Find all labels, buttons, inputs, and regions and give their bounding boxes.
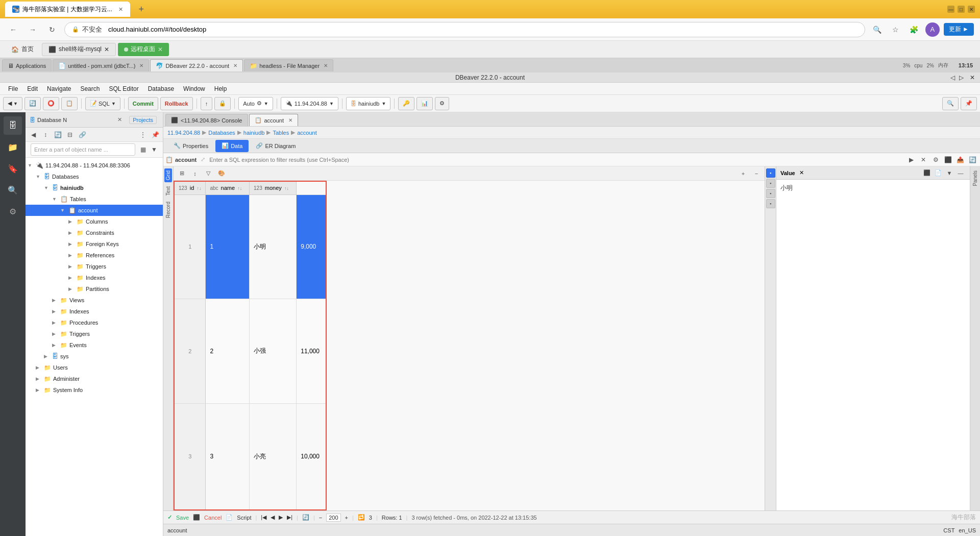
cell-row3-money[interactable]: 10,000 [297,403,326,510]
grid-layout-btn[interactable]: ⊞ [176,168,188,179]
db-search-type[interactable]: ▦ [137,144,149,155]
value-btn-1[interactable]: ⬛ [922,168,932,178]
text-tab[interactable]: Text [164,184,172,198]
filter-apply[interactable]: ▶ [905,154,917,165]
refresh-data-btn[interactable]: 🔄 [302,514,309,521]
back-button[interactable]: ← [6,22,20,37]
db-nav-refresh[interactable]: 🔄 [52,129,63,140]
auto-dropdown[interactable]: Auto ⚙ ▼ [238,97,273,110]
value-btn-min[interactable]: — [955,168,966,178]
nav-next[interactable]: ▶ [279,514,283,521]
cell-row2-id[interactable]: 2 [206,299,250,404]
tree-item-hainiudb[interactable]: ▼ 🗄 hainiudb [26,182,163,193]
tree-item-events[interactable]: ▶ 📁 Events [26,339,163,351]
grid-zoom-in[interactable]: + [737,168,749,179]
content-tab-account[interactable]: 📋 account ✕ [249,114,299,126]
tree-item-account[interactable]: ▼ 📋 account [26,205,163,216]
dbeaver-maximize[interactable]: ▷ [959,74,964,81]
grid-sort-btn[interactable]: ↕ [189,168,201,179]
value-btn-3[interactable]: ▼ [944,168,954,178]
db-nav-pin[interactable]: 📌 [150,129,161,140]
sidebar-search[interactable]: 🔍 [4,181,22,199]
db-nav-back[interactable]: ◀ [28,129,39,140]
side-panel-tab-2[interactable]: ▪ [766,179,775,188]
profile-avatar[interactable]: A [925,22,940,37]
url-bar[interactable]: 🔒 不安全 cloud.hainiubl.com/#/tool/desktop [64,22,865,37]
content-tab-console[interactable]: ⬛ <11.94.204.88> Console [165,114,248,126]
nav-first[interactable]: |◀ [261,514,266,521]
menu-file[interactable]: File [4,84,22,93]
projects-tab-label[interactable]: Projects [129,116,157,124]
grid-zoom-out[interactable]: − [750,168,763,179]
tree-item-administer[interactable]: ▶ 📁 Administer [26,373,163,384]
nav-last[interactable]: ▶| [287,514,292,521]
tree-item-partitions[interactable]: ▶ 📁 Partitions [26,283,163,295]
menu-sql-editor[interactable]: SQL Editor [105,84,142,93]
cancel-label[interactable]: Cancel [204,515,222,521]
db-nav-link[interactable]: 🔗 [77,129,88,140]
tree-item-columns[interactable]: ▶ 📁 Columns [26,216,163,227]
tree-item-account-triggers[interactable]: ▶ 📁 Triggers [26,261,163,272]
limit-value[interactable]: 200 [326,514,340,522]
grid-tab[interactable]: Grid [164,168,172,182]
db-nav-collapse[interactable]: ⊟ [64,129,76,140]
grid-coloring-btn[interactable]: 🎨 [215,168,228,179]
col-header-id[interactable]: 123 id ↑↓ [174,181,206,194]
search-icon-btn[interactable]: 🔍 [870,22,885,37]
tree-item-procedures[interactable]: ▶ 📁 Procedures [26,317,163,328]
toolbar-btn-right1[interactable]: 📌 [961,97,977,110]
menu-help[interactable]: Help [210,84,231,93]
filter-custom[interactable]: ⬛ [942,154,953,165]
filter-refresh[interactable]: 🔄 [967,154,978,165]
dbeaver-tab-dbeaver[interactable]: 🐬 DBeaver 22.2.0 - account ✕ [150,59,243,71]
value-panel-close-icon[interactable]: ✕ [799,169,804,176]
save-label[interactable]: Save [176,515,189,521]
table-row-1[interactable]: 1 1 小明 [174,194,326,299]
menu-navigate[interactable]: Navigate [43,84,75,93]
side-panel-tab-3[interactable]: ▪ [766,189,775,198]
toolbar-tx-1[interactable]: ↑ [201,97,213,110]
record-tab[interactable]: Record [164,200,172,220]
maximize-button[interactable]: □ [958,6,965,13]
count-down[interactable]: − [319,515,322,521]
remote-tab-close[interactable]: ✕ [158,46,163,53]
tree-item-sys[interactable]: ▶ 🗄 sys [26,351,163,362]
browser-tab-close[interactable]: ✕ [118,6,123,13]
sub-tab-data[interactable]: 📊 Data [215,140,249,152]
cell-row2-money[interactable]: 11,000 [297,299,326,404]
app-tab-home[interactable]: 🏠 首页 [5,43,40,56]
db-panel-close-icon[interactable]: ✕ [117,116,122,123]
nav-prev[interactable]: ◀ [271,514,275,521]
cell-row3-id[interactable]: 3 [206,403,250,510]
cell-row1-name[interactable]: 小明 [250,194,297,299]
dbeaver-tab-close[interactable]: ✕ [233,63,237,68]
script-label[interactable]: Script [237,515,251,521]
menu-database[interactable]: Database [144,84,178,93]
app-tab-remote-desktop[interactable]: 远程桌面 ✕ [118,43,169,56]
database-dropdown[interactable]: 🗄 hainiudb ▼ [346,97,391,110]
dbeaver-minimize[interactable]: ◁ [950,74,955,81]
money-sort-icon[interactable]: ↑↓ [284,186,289,191]
side-panel-tab-4[interactable]: ▪ [766,199,775,208]
refresh-button[interactable]: ↻ [45,22,59,37]
grid-filter-btn[interactable]: ▽ [202,168,214,179]
toolbar-btn-chart[interactable]: 📊 [416,97,433,110]
back-nav-button[interactable]: ◀ ▼ [3,97,22,110]
toolbar-btn-2[interactable]: 🔄 [24,97,41,110]
db-nav-sort[interactable]: ↕ [40,129,51,140]
filter-settings[interactable]: ⚙ [930,154,941,165]
cell-row2-name[interactable]: 小强 [250,299,297,404]
commit-button[interactable]: Commit [128,97,158,110]
tree-item-db-triggers[interactable]: ▶ 📁 Triggers [26,328,163,339]
dbeaver-tab-filemanager[interactable]: 📁 headless - File Manager ✕ [244,59,333,71]
toolbar-btn-3[interactable]: ⭕ [43,97,59,110]
browser-tab-active[interactable]: 🐄 海牛部落实验室 | 大数据学习云... ✕ [5,2,130,17]
forward-button[interactable]: → [26,22,40,37]
count-up[interactable]: + [345,515,348,521]
cell-row3-name[interactable]: 小亮 [250,403,297,510]
table-row-3[interactable]: 3 3 小亮 [174,403,326,510]
star-icon-btn[interactable]: ☆ [889,22,903,37]
toolbar-btn-4[interactable]: 📋 [61,97,78,110]
minimize-button[interactable]: — [947,6,954,13]
sidebar-bookmarks[interactable]: 🔖 [4,159,22,178]
